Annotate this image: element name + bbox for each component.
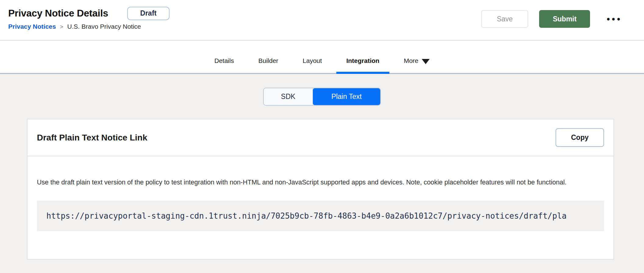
tab-integration[interactable]: Integration	[346, 41, 380, 73]
submit-button[interactable]: Submit	[539, 10, 590, 28]
tab-more[interactable]: More	[404, 41, 430, 73]
header-left: Privacy Notice Details Draft Privacy Not…	[8, 0, 170, 40]
breadcrumb-link-privacy-notices[interactable]: Privacy Notices	[8, 23, 56, 30]
tab-layout[interactable]: Layout	[303, 41, 322, 73]
toggle-sdk-button[interactable]: SDK	[264, 88, 313, 105]
header-actions: Save Submit •••	[481, 0, 622, 40]
chevron-down-icon	[422, 59, 430, 64]
page-title: Privacy Notice Details	[8, 8, 108, 19]
card-header: Draft Plain Text Notice Link Copy	[27, 119, 614, 156]
more-actions-button[interactable]: •••	[606, 10, 622, 28]
tab-builder[interactable]: Builder	[258, 41, 278, 73]
toggle-plain-text-button[interactable]: Plain Text	[313, 88, 380, 105]
view-toggle: SDK Plain Text	[263, 88, 381, 106]
card-title: Draft Plain Text Notice Link	[37, 133, 147, 143]
ellipsis-icon: •••	[606, 14, 622, 24]
card-description: Use the draft plain text version of the …	[37, 176, 604, 189]
copy-button[interactable]: Copy	[556, 128, 604, 147]
status-badge: Draft	[127, 7, 170, 20]
breadcrumb-current-item: U.S. Bravo Privacy Notice	[67, 23, 141, 30]
save-button[interactable]: Save	[481, 10, 528, 28]
privacy-notice-details-page: Privacy Notice Details Draft Privacy Not…	[0, 0, 644, 273]
card-body: Use the draft plain text version of the …	[27, 176, 614, 231]
page-header: Privacy Notice Details Draft Privacy Not…	[0, 0, 644, 41]
tab-details[interactable]: Details	[214, 41, 234, 73]
breadcrumb: Privacy Notices > U.S. Bravo Privacy Not…	[8, 23, 170, 30]
notice-link-url[interactable]: https://privacyportal-staging-cdn.1trust…	[37, 201, 604, 231]
tab-more-label: More	[404, 57, 418, 64]
breadcrumb-separator-icon: >	[60, 23, 63, 30]
tab-bar: Details Builder Layout Integration More	[0, 41, 644, 74]
title-row: Privacy Notice Details Draft	[8, 7, 170, 20]
content-area: SDK Plain Text Draft Plain Text Notice L…	[0, 74, 644, 260]
notice-link-card: Draft Plain Text Notice Link Copy Use th…	[27, 119, 614, 260]
